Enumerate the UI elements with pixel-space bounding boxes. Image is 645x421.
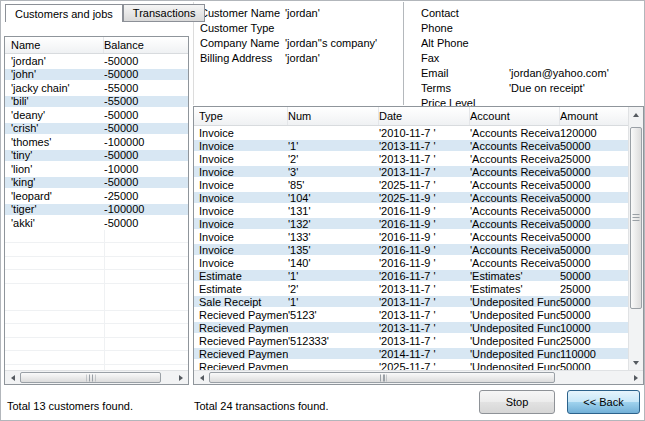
transaction-row-amount: 50000 — [560, 140, 628, 152]
transaction-row[interactable]: Recieved Payment'512333''2013-11-7 ''Und… — [194, 334, 628, 347]
transaction-row-amount: 50000 — [560, 244, 628, 256]
transaction-row[interactable]: Recieved Payment'2013-11-7 ''Undeposited… — [194, 321, 628, 334]
scroll-right-icon[interactable] — [174, 372, 187, 383]
transaction-row-account: 'Estimates' — [470, 270, 560, 282]
transaction-row-num: '1' — [288, 296, 379, 308]
transaction-row-num: '5123' — [288, 309, 379, 321]
transaction-row[interactable]: Recieved Payment'2025-11-7 ''Undeposited… — [194, 360, 628, 370]
customer-row-balance: -55000 — [104, 95, 188, 107]
customer-row[interactable]: 'jordan'-50000 — [5, 54, 188, 68]
transaction-row-num: '133' — [288, 231, 379, 243]
transaction-row-num: '135' — [288, 244, 379, 256]
detail-label: Email — [421, 67, 509, 79]
customer-row[interactable]: 'deany'-50000 — [5, 108, 188, 122]
customer-row-name: 'deany' — [11, 109, 104, 121]
customer-row-name: 'jordan' — [11, 55, 104, 67]
detail-label: Terms — [421, 82, 509, 94]
transaction-row[interactable]: Invoice'2010-11-7 ''Accounts Receiva...1… — [194, 126, 628, 139]
detail-value: 'Due on receipt' — [509, 82, 585, 94]
scroll-left-icon[interactable] — [6, 372, 19, 383]
scroll-up-icon[interactable] — [630, 108, 642, 121]
transaction-row-type: Invoice — [199, 257, 288, 269]
transaction-row[interactable]: Invoice'132''2016-11-9 ''Accounts Receiv… — [194, 217, 628, 230]
customer-row[interactable]: 'bili'-55000 — [5, 95, 188, 109]
customer-row-name: 'akki' — [11, 217, 104, 229]
column-header-balance[interactable]: Balance — [104, 37, 188, 53]
transaction-row-type: Recieved Payment — [199, 348, 288, 360]
customer-row[interactable]: 'king'-50000 — [5, 176, 188, 190]
transaction-row[interactable]: Invoice'1''2013-11-7 ''Accounts Receiva.… — [194, 139, 628, 152]
transaction-row[interactable]: Invoice'140''2016-11-9 ''Accounts Receiv… — [194, 256, 628, 269]
transaction-row-account: 'Accounts Receiva... — [470, 140, 560, 152]
tab-transactions[interactable]: Transactions — [123, 4, 206, 22]
transaction-row-type: Invoice — [199, 218, 288, 230]
transaction-row[interactable]: Invoice'131''2016-11-9 ''Accounts Receiv… — [194, 204, 628, 217]
transaction-row-num: '104' — [288, 192, 379, 204]
detail-row: Customer Name'jordan' — [200, 5, 403, 20]
customer-row-name: 'crish' — [11, 122, 104, 134]
transaction-row-type: Invoice — [199, 179, 288, 191]
scroll-left-icon[interactable] — [195, 372, 208, 383]
customer-row[interactable]: 'lion'-10000 — [5, 162, 188, 176]
customer-details-left: Customer Name'jordan'Customer TypeCompan… — [193, 2, 404, 105]
transaction-row-num: '85' — [288, 179, 379, 191]
transaction-row-num: '3' — [288, 166, 379, 178]
transaction-row[interactable]: Estimate'1''2016-11-7 ''Estimates'50000 — [194, 269, 628, 282]
customer-row[interactable]: 'john'-50000 — [5, 68, 188, 82]
transaction-horizontal-scrollbar[interactable] — [194, 370, 643, 384]
transaction-row[interactable]: Invoice'3''2013-11-7 ''Accounts Receiva.… — [194, 165, 628, 178]
transaction-row[interactable]: Invoice'104''2025-11-9 ''Accounts Receiv… — [194, 191, 628, 204]
transaction-row[interactable]: Recieved Payment'5123''2013-11-7 ''Undep… — [194, 308, 628, 321]
customer-row-name: 'thomes' — [11, 136, 104, 148]
transaction-row-amount: 50000 — [560, 231, 628, 243]
scrollbar-thumb[interactable] — [209, 372, 555, 383]
transaction-row-account: 'Undeposited Funds' — [470, 296, 560, 308]
transaction-row-account: 'Undeposited Funds' — [470, 309, 560, 321]
stop-button[interactable]: Stop — [479, 390, 555, 414]
transaction-row-num: '1' — [288, 140, 379, 152]
transaction-row[interactable]: Invoice'85''2025-11-7 ''Accounts Receiva… — [194, 178, 628, 191]
transaction-row[interactable]: Recieved Payment'2014-11-7 ''Undeposited… — [194, 347, 628, 360]
transaction-vertical-scrollbar[interactable] — [628, 107, 643, 370]
customer-row[interactable]: 'crish'-50000 — [5, 122, 188, 136]
transaction-list-panel: Type Num Date Account Amount Invoice'201… — [193, 106, 644, 385]
customer-row-balance: -55000 — [104, 82, 188, 94]
transaction-row[interactable]: Estimate'2''2013-11-7 ''Estimates'25000 — [194, 282, 628, 295]
column-header-type[interactable]: Type — [199, 107, 288, 125]
customer-horizontal-scrollbar[interactable] — [5, 370, 188, 384]
customer-row[interactable]: 'akki'-50000 — [5, 216, 188, 230]
customer-row-name: 'bili' — [11, 95, 104, 107]
customer-row[interactable]: 'leopard'-25000 — [5, 189, 188, 203]
transaction-rows: Invoice'2010-11-7 ''Accounts Receiva...1… — [194, 126, 628, 370]
customer-row[interactable]: 'jacky chain'-55000 — [5, 81, 188, 95]
transaction-row-amount: 25000 — [560, 153, 628, 165]
transaction-row[interactable]: Invoice'135''2016-11-9 ''Accounts Receiv… — [194, 243, 628, 256]
column-header-date[interactable]: Date — [379, 107, 470, 125]
scroll-right-icon[interactable] — [629, 372, 642, 383]
back-button[interactable]: << Back — [567, 390, 640, 414]
transaction-row-num: '140' — [288, 257, 379, 269]
scrollbar-thumb[interactable] — [20, 372, 161, 383]
column-header-account[interactable]: Account — [470, 107, 560, 125]
customer-row[interactable]: 'tiny'-50000 — [5, 149, 188, 163]
transaction-row[interactable]: Invoice'133''2016-11-9 ''Accounts Receiv… — [194, 230, 628, 243]
transaction-row[interactable]: Invoice'2''2013-11-7 ''Accounts Receiva.… — [194, 152, 628, 165]
column-header-num[interactable]: Num — [288, 107, 379, 125]
scrollbar-thumb[interactable] — [630, 127, 642, 309]
column-header-name[interactable]: Name — [11, 37, 104, 53]
detail-label: Contact — [421, 7, 509, 19]
detail-label: Company Name — [200, 37, 285, 49]
tab-customers-and-jobs[interactable]: Customers and jobs — [5, 4, 123, 22]
customer-row[interactable]: 'thomes'-100000 — [5, 135, 188, 149]
transaction-row-type: Recieved Payment — [199, 322, 288, 334]
detail-value: 'jordan' — [285, 52, 320, 64]
transaction-row-type: Invoice — [199, 140, 288, 152]
transaction-row-date: '2016-11-9 ' — [379, 244, 470, 256]
customer-row[interactable]: 'tiger'-100000 — [5, 203, 188, 217]
transaction-row[interactable]: Sale Receipt'1''2013-11-7 ''Undeposited … — [194, 295, 628, 308]
detail-value: 'jordan''s company' — [285, 37, 377, 49]
column-header-amount[interactable]: Amount — [560, 107, 628, 125]
transaction-row-type: Invoice — [199, 192, 288, 204]
scroll-down-icon[interactable] — [630, 356, 642, 369]
detail-value: 'jordan' — [285, 7, 320, 19]
